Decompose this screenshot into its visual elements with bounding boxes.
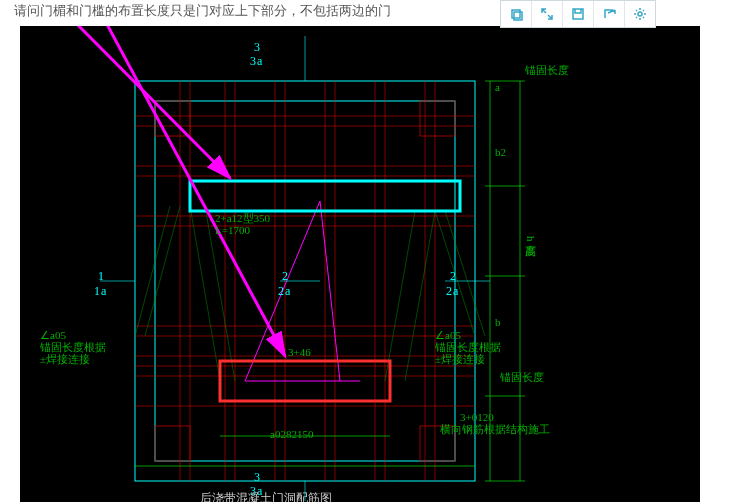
share-icon [602, 7, 616, 21]
note-br2: 3+0120 [460, 411, 494, 423]
svg-rect-1 [514, 12, 522, 20]
dim-top-b: 3a [250, 54, 263, 69]
note-right-g2: 锚固长度根据 [435, 341, 501, 353]
dim-bot-len: a0282150 [270, 428, 313, 440]
settings-button[interactable] [625, 1, 655, 27]
share-button[interactable] [594, 1, 625, 27]
dim-left-a: 1 [98, 269, 105, 284]
drawing-caption: 后浇带混凝土门洞配筋图 [200, 490, 332, 502]
save-icon [571, 7, 585, 21]
svg-line-39 [405, 211, 435, 381]
image-toolbar [500, 0, 656, 28]
note-top-right: 锚固长度 [525, 64, 569, 76]
svg-line-35 [145, 206, 180, 336]
svg-rect-0 [512, 10, 520, 18]
screenshot-root: 请问门楣和门槛的布置长度只是门对应上下部分，不包括两边的门 柱的外边开始？ [0, 0, 742, 502]
svg-point-3 [638, 12, 642, 16]
note-right-g1: ∠a05 [435, 329, 461, 341]
dim-r1: a [495, 81, 500, 93]
copy-button[interactable] [501, 1, 532, 27]
question-left: 请问门楣和门槛的布置长度只是门对应上下部分，不包括两边的门 [14, 3, 391, 18]
save-button[interactable] [563, 1, 594, 27]
expand-icon [540, 7, 554, 21]
note-br3: 横向钢筋根据结构施工 [440, 423, 550, 435]
note-br1: 锚固长度 [500, 371, 544, 383]
note-left-g3: ±焊接连接 [40, 353, 90, 365]
cad-drawing: 3 3a 3 3a 1 1a 2 2a 2 2a a b2 高度h b 锚固长度… [20, 26, 700, 502]
dim-top-a: 3 [254, 40, 261, 55]
svg-line-38 [385, 211, 415, 381]
note-right-g3: ±焊接连接 [435, 353, 485, 365]
dim-mid-b: 2a [278, 284, 291, 299]
dim-r3: 高度h [525, 236, 537, 242]
svg-line-44 [55, 26, 230, 178]
expand-button[interactable] [532, 1, 563, 27]
svg-line-34 [135, 206, 170, 336]
dim-right-a: 2 [450, 269, 457, 284]
dim-r2: b2 [495, 146, 506, 158]
note-left-g1: ∠a05 [40, 329, 66, 341]
dim-bot-a: 3 [254, 470, 261, 485]
dim-right-b: 2a [446, 284, 459, 299]
dim-left-b: 1a [94, 284, 107, 299]
note-bar-top2: L=1700 [215, 224, 250, 236]
note-left-g2: 锚固长度根据 [40, 341, 106, 353]
dim-rebar: 3+46 [288, 346, 311, 358]
gear-icon [633, 7, 647, 21]
dim-r4: b [495, 316, 501, 328]
dim-mid-a: 2 [282, 269, 289, 284]
note-bar-top: 2+a12型350 [215, 212, 270, 224]
svg-rect-32 [155, 426, 190, 461]
copy-icon [509, 7, 523, 21]
cad-svg [20, 26, 700, 502]
